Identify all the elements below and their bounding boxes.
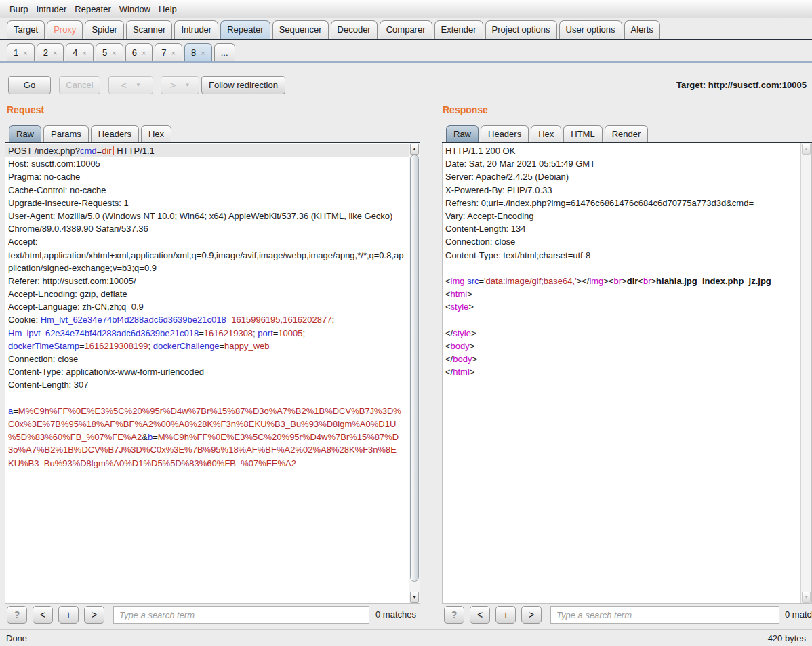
response-editor[interactable]: HTTP/1.1 200 OKDate: Sat, 20 Mar 2021 05… <box>442 143 812 604</box>
response-tab-raw[interactable]: Raw <box>446 125 479 142</box>
search-prev-button[interactable]: < <box>470 606 490 624</box>
response-tab-html[interactable]: HTML <box>563 125 602 142</box>
next-request-button[interactable]: > ▼ <box>161 76 199 94</box>
response-tab-headers[interactable]: Headers <box>481 125 529 142</box>
request-line: Accept-Encoding: gzip, deflate <box>8 287 409 300</box>
close-tab-icon[interactable]: × <box>83 49 87 57</box>
prev-request-button[interactable]: < ▼ <box>108 76 153 94</box>
repeater-tab-6[interactable]: 6× <box>125 43 153 61</box>
request-tab-hex[interactable]: Hex <box>141 125 171 142</box>
response-line <box>445 262 800 275</box>
scroll-up-icon[interactable]: ▲ <box>802 144 811 155</box>
button-divider <box>180 80 180 91</box>
tab-alerts[interactable]: Alerts <box>624 20 660 39</box>
request-search-bar: ? < + > 0 matches <box>5 605 420 624</box>
response-match-count: 0 matches <box>785 609 812 620</box>
scrollbar-thumb[interactable] <box>410 155 419 582</box>
request-line: Cookie: Hm_lvt_62e34e74bf4d288adc6d3639b… <box>8 313 409 326</box>
menu-item-repeater[interactable]: Repeater <box>70 4 115 14</box>
follow-redirection-button[interactable]: Follow redirection <box>201 76 285 94</box>
response-line: Server: Apache/2.4.25 (Debian) <box>445 170 800 183</box>
search-help-button[interactable]: ? <box>444 606 464 624</box>
menu-item-burp[interactable]: Burp <box>5 4 32 14</box>
search-next-button[interactable]: > <box>84 606 104 624</box>
tab-user-options[interactable]: User options <box>559 20 622 39</box>
menu-item-intruder[interactable]: Intruder <box>32 4 70 14</box>
response-tab-hex[interactable]: Hex <box>531 125 561 142</box>
repeater-tab-7[interactable]: 7× <box>155 43 182 61</box>
close-tab-icon[interactable]: × <box>201 49 205 57</box>
go-button[interactable]: Go <box>8 76 51 94</box>
request-editor[interactable]: POST /index.php?cmd=dir HTTP/1.1Host: su… <box>5 143 420 604</box>
response-line: Refresh: 0;url=./index.php?img=61476c686… <box>445 197 800 209</box>
repeater-tab-8[interactable]: 8× <box>184 43 212 61</box>
close-tab-icon[interactable]: × <box>23 49 27 57</box>
response-line: Connection: close <box>445 235 800 248</box>
response-tab-render[interactable]: Render <box>605 125 649 142</box>
repeater-tab-more[interactable]: ... <box>214 43 235 61</box>
response-line: <html> <box>445 287 800 300</box>
prev-arrow-icon: < <box>121 80 127 90</box>
search-add-button[interactable]: + <box>495 606 516 624</box>
menu-item-window[interactable]: Window <box>115 4 155 14</box>
close-tab-icon[interactable]: × <box>142 49 146 57</box>
response-line <box>445 313 800 326</box>
scroll-down-icon[interactable]: ▼ <box>410 592 419 603</box>
repeater-tab-2[interactable]: 2× <box>37 43 64 61</box>
search-help-button[interactable]: ? <box>7 606 27 624</box>
close-tab-icon[interactable]: × <box>53 49 57 57</box>
request-line: Content-Length: 307 <box>8 378 409 391</box>
repeater-tab-4[interactable]: 4× <box>66 43 94 61</box>
tab-proxy[interactable]: Proxy <box>47 20 83 39</box>
tab-comparer[interactable]: Comparer <box>380 20 432 39</box>
request-line: plication/signed-exchange;v=b3;q=0.9 <box>8 262 409 275</box>
text-cursor <box>113 146 114 155</box>
close-tab-icon[interactable]: × <box>171 49 176 57</box>
search-add-button[interactable]: + <box>58 606 79 624</box>
repeater-tab-1[interactable]: 1× <box>7 43 35 61</box>
request-raw-text: POST /index.php?cmd=dir HTTP/1.1Host: su… <box>5 143 409 603</box>
tab-spider[interactable]: Spider <box>85 20 124 39</box>
request-line: text/html,application/xhtml+xml,applicat… <box>8 249 409 262</box>
search-next-button[interactable]: > <box>521 606 542 624</box>
tab-sequencer[interactable]: Sequencer <box>272 20 329 39</box>
repeater-tab-label: 1 <box>14 47 18 58</box>
response-line: HTTP/1.1 200 OK <box>445 144 800 157</box>
menu-item-help[interactable]: Help <box>155 4 181 14</box>
response-line: Vary: Accept-Encoding <box>445 209 800 222</box>
repeater-tab-5[interactable]: 5× <box>96 43 123 61</box>
request-scrollbar[interactable]: ▲ ▼ <box>409 143 420 603</box>
next-arrow-icon: > <box>170 80 176 90</box>
request-search-input[interactable] <box>113 606 369 624</box>
tab-repeater[interactable]: Repeater <box>220 20 270 39</box>
request-line: C0x%3E%7B%95%18%AF%BF%A2%00%A8%28K%F3n%8… <box>8 418 409 430</box>
request-tab-raw[interactable]: Raw <box>9 125 41 142</box>
scroll-down-icon[interactable]: ▼ <box>802 592 811 603</box>
response-scrollbar[interactable]: ▲ ▼ <box>800 143 811 603</box>
tab-decoder[interactable]: Decoder <box>331 20 378 39</box>
response-search-input[interactable] <box>550 606 779 624</box>
tab-scanner[interactable]: Scanner <box>126 20 172 39</box>
request-line: User-Agent: Mozilla/5.0 (Windows NT 10.0… <box>8 209 409 222</box>
tab-target[interactable]: Target <box>7 20 45 39</box>
search-prev-button[interactable]: < <box>33 606 53 624</box>
tab-intruder[interactable]: Intruder <box>174 20 218 39</box>
chevron-down-icon[interactable]: ▼ <box>184 83 190 88</box>
response-search-bar: ? < + > 0 matches <box>442 605 812 624</box>
scroll-up-icon[interactable]: ▲ <box>410 144 419 155</box>
close-tab-icon[interactable]: × <box>112 49 116 57</box>
request-line: Accept: <box>8 235 409 248</box>
tab-extender[interactable]: Extender <box>434 20 483 39</box>
request-line: dockerTimeStamp=1616219308199; dockerCha… <box>8 340 409 352</box>
bytes-label: 420 bytes <box>768 633 806 643</box>
request-tab-params[interactable]: Params <box>43 125 89 142</box>
request-line: Connection: close <box>8 352 409 365</box>
repeater-tab-label: ... <box>221 47 228 58</box>
repeater-tab-label: 8 <box>191 47 196 58</box>
cancel-button[interactable]: Cancel <box>59 76 100 94</box>
request-tab-headers[interactable]: Headers <box>91 125 139 142</box>
tab-project-options[interactable]: Project options <box>485 20 557 39</box>
chevron-down-icon[interactable]: ▼ <box>136 83 141 88</box>
request-line: Cache-Control: no-cache <box>8 184 409 197</box>
request-line: Upgrade-Insecure-Requests: 1 <box>8 197 409 209</box>
